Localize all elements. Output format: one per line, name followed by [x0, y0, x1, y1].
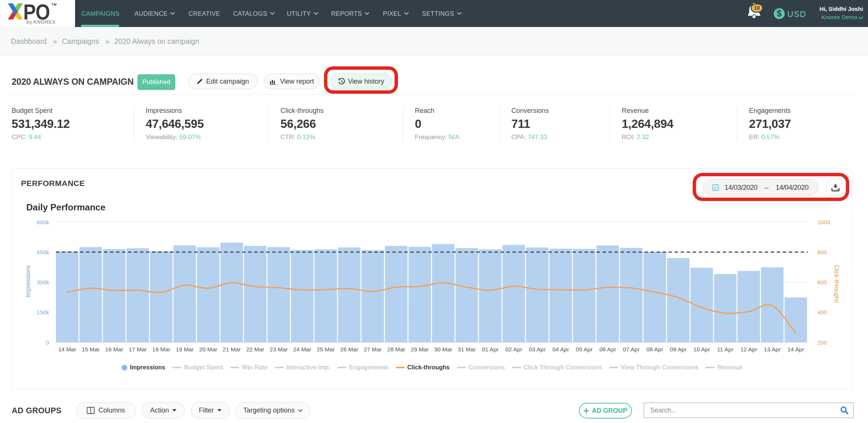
svg-text:08 Apr: 08 Apr: [646, 346, 663, 352]
svg-text:22 Mar: 22 Mar: [246, 346, 264, 352]
svg-text:09 Apr: 09 Apr: [670, 346, 687, 352]
svg-text:26 Mar: 26 Mar: [340, 346, 358, 352]
svg-text:01 Apr: 01 Apr: [482, 346, 499, 352]
svg-text:20 Mar: 20 Mar: [199, 346, 217, 352]
svg-text:21 Mar: 21 Mar: [223, 346, 241, 352]
svg-text:200: 200: [817, 339, 827, 346]
svg-text:03 Apr: 03 Apr: [529, 346, 546, 352]
svg-text:23 Mar: 23 Mar: [270, 346, 288, 352]
svg-text:12 Apr: 12 Apr: [740, 346, 757, 352]
svg-text:1000: 1000: [817, 219, 830, 225]
svg-text:11 Apr: 11 Apr: [717, 346, 734, 352]
svg-text:14 Apr: 14 Apr: [787, 346, 804, 352]
svg-text:10 Apr: 10 Apr: [693, 346, 710, 352]
svg-text:05 Apr: 05 Apr: [576, 346, 593, 352]
svg-text:15 Mar: 15 Mar: [81, 346, 99, 352]
svg-text:19 Mar: 19 Mar: [176, 346, 194, 352]
svg-text:0: 0: [46, 339, 49, 346]
svg-text:31 Mar: 31 Mar: [458, 346, 476, 352]
svg-text:24 Mar: 24 Mar: [293, 346, 311, 352]
svg-text:450k: 450k: [36, 249, 49, 255]
svg-text:150k: 150k: [36, 309, 49, 315]
svg-text:300k: 300k: [36, 279, 49, 285]
svg-text:27 Mar: 27 Mar: [364, 346, 382, 352]
svg-text:800: 800: [817, 249, 827, 255]
svg-text:17 Mar: 17 Mar: [129, 346, 147, 352]
svg-text:600k: 600k: [36, 219, 49, 225]
svg-text:07 Apr: 07 Apr: [623, 346, 640, 352]
svg-text:06 Apr: 06 Apr: [599, 346, 616, 352]
svg-text:30 Mar: 30 Mar: [434, 346, 452, 352]
svg-text:25 Mar: 25 Mar: [316, 346, 335, 352]
svg-text:13 Apr: 13 Apr: [764, 346, 781, 352]
svg-text:28 Mar: 28 Mar: [387, 346, 405, 352]
svg-text:16 Mar: 16 Mar: [105, 346, 123, 352]
svg-text:14 Mar: 14 Mar: [58, 346, 76, 352]
svg-text:18 Mar: 18 Mar: [152, 346, 170, 352]
svg-text:600: 600: [817, 279, 827, 285]
svg-text:Click-throughs: Click-throughs: [833, 265, 840, 303]
svg-text:29 Mar: 29 Mar: [411, 346, 429, 352]
svg-text:Impressions: Impressions: [25, 265, 31, 297]
svg-text:04 Apr: 04 Apr: [552, 346, 569, 352]
svg-text:02 Apr: 02 Apr: [505, 346, 522, 352]
svg-text:400: 400: [817, 309, 827, 315]
